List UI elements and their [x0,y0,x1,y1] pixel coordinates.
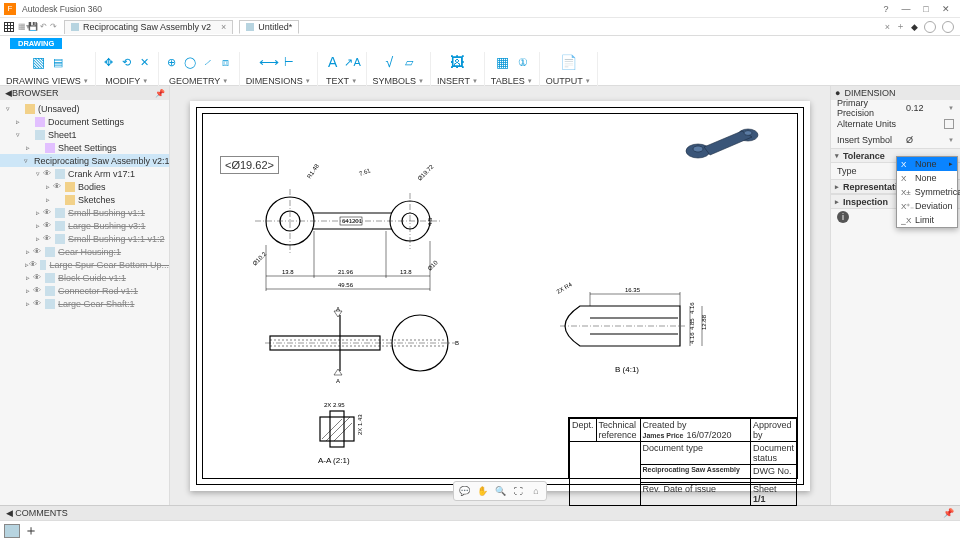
tree-node[interactable]: ▹Sketches [0,193,169,206]
pin-icon[interactable]: 📌 [155,89,165,98]
panel-title: DIMENSION [844,88,895,98]
svg-line-57 [334,423,352,441]
new-tab-icon[interactable]: ＋ [896,20,905,33]
close-tab-icon[interactable]: × [885,22,890,32]
dropdown-option[interactable]: X±Symmetrical [897,185,957,199]
svg-text:13.8: 13.8 [400,269,412,275]
user-avatar-icon[interactable] [924,21,936,33]
tree-node[interactable]: ▿Reciprocating Saw Assembly v2:1 [0,154,169,167]
dimension-icon[interactable]: ⟷ [260,53,278,71]
svg-text:A-A (2:1): A-A (2:1) [318,456,350,465]
sheet-thumb[interactable] [4,524,20,538]
pin-icon[interactable]: 📌 [943,508,954,518]
drawing-doc-icon [71,23,79,31]
rotate-icon[interactable]: ⟲ [120,55,134,69]
svg-text:16.35: 16.35 [625,287,641,293]
delete-icon[interactable]: ✕ [138,55,152,69]
ribbon-group-text: A ↗A TEXT▼ [318,52,367,86]
insert-symbol-row[interactable]: Insert Symbol Ø▼ [831,132,960,148]
extensions-icon[interactable]: ◆ [911,22,918,32]
dropdown-option[interactable]: ⎯XLimit [897,213,957,227]
dimension-panel: ●DIMENSION Primary Precision 0.12▼ Alter… [830,86,960,505]
zoom-window-icon[interactable]: ⛶ [510,484,526,498]
edge-icon[interactable]: ⧈ [219,55,233,69]
fit-icon[interactable]: ⌂ [528,484,544,498]
move-icon[interactable]: ✥ [102,55,116,69]
tree-node[interactable]: ▹Document Settings [0,115,169,128]
comment-icon[interactable]: 💬 [456,484,472,498]
app-logo: F [4,3,16,15]
tree-node[interactable]: ▹👁Small Bushing v1:1 [0,206,169,219]
base-view-icon[interactable]: ▧ [29,53,47,71]
minimize-icon[interactable]: — [896,2,916,16]
help-icon[interactable]: ? [876,2,896,16]
svg-text:4.85: 4.85 [689,317,695,329]
undo-icon[interactable]: ↶ [38,22,48,31]
dropdown-option[interactable]: XNone▸ [897,157,957,171]
image-icon[interactable]: 🖼 [448,53,466,71]
ribbon-group-modify: ✥ ⟲ ✕ MODIFY▼ [96,52,159,86]
checkbox-icon[interactable] [944,119,954,129]
drawing-sheet: 13.8 21.96 13.8 49.56 Ø10.2 Ø10 Ø19.72 7… [190,101,810,491]
comments-bar[interactable]: ◀ COMMENTS 📌 [0,505,960,520]
tree-node[interactable]: ▹👁Gear Housing:1 [0,245,169,258]
tree-node[interactable]: ▿👁Crank Arm v17:1 [0,167,169,180]
info-icon[interactable]: i [837,211,849,223]
tab-label: Untitled* [258,22,292,32]
tree-node[interactable]: ▹👁Large Gear Shaft:1 [0,297,169,310]
maximize-icon[interactable]: □ [916,2,936,16]
view-toolbar: 💬 ✋ 🔍 ⛶ ⌂ [453,481,547,501]
workspace-tag[interactable]: DRAWING [10,38,62,49]
tree-node[interactable]: ▹👁Bodies [0,180,169,193]
tree-node[interactable]: ▿Sheet1 [0,128,169,141]
primary-precision-row[interactable]: Primary Precision 0.12▼ [831,100,960,116]
ordinate-icon[interactable]: ⊢ [282,55,296,69]
svg-text:21.96: 21.96 [338,269,354,275]
text-icon[interactable]: A [324,53,342,71]
balloon-icon[interactable]: ① [516,55,530,69]
help-icon[interactable] [942,21,954,33]
tree-node[interactable]: ▹👁Small Bushing v1:1 v1:2 [0,232,169,245]
svg-text:2X R4: 2X R4 [556,281,574,295]
projected-view-icon[interactable]: ▤ [51,55,65,69]
tree-node[interactable]: ▹👁Large Bushing v3:1 [0,219,169,232]
document-tab[interactable]: Reciprocating Saw Assembly v2 × [64,20,233,34]
redo-icon[interactable]: ↷ [48,22,58,31]
tree-node[interactable]: ▹👁Large Spur Gear Bottom Up... [0,258,169,271]
browser-title: BROWSER [12,88,59,98]
svg-text:4.16: 4.16 [689,301,695,313]
zoom-icon[interactable]: 🔍 [492,484,508,498]
data-panel-icon[interactable] [4,22,14,32]
drawing-doc-icon [246,23,254,31]
pdf-icon[interactable]: 📄 [559,53,577,71]
svg-text:4.5: 4.5 [427,216,433,225]
datum-icon[interactable]: ▱ [402,55,416,69]
ribbon-toolbar: ▧ ▤ DRAWING VIEWS▼ ✥ ⟲ ✕ MODIFY▼ ⊕ ◯ ⟋ ⧈… [0,50,960,86]
drawing-canvas[interactable]: 13.8 21.96 13.8 49.56 Ø10.2 Ø10 Ø19.72 7… [170,86,830,505]
dropdown-option[interactable]: XNone [897,171,957,185]
add-sheet-icon[interactable]: ＋ [24,522,38,540]
dimension-input[interactable]: <Ø19.62> [220,156,279,174]
save-icon[interactable]: 💾 [28,22,38,31]
svg-text:Ø10.2: Ø10.2 [251,250,267,266]
tree-node[interactable]: ▹👁Connector Rod v1:1 [0,284,169,297]
tolerance-type-dropdown: XNone▸ XNone X±Symmetrical X⁺₋Deviation … [896,156,958,228]
pan-icon[interactable]: ✋ [474,484,490,498]
tree-node[interactable]: ▿(Unsaved) [0,102,169,115]
tree-node[interactable]: ▹Sheet Settings [0,141,169,154]
centerline-icon[interactable]: ⊕ [165,55,179,69]
document-tab[interactable]: Untitled* [239,20,299,34]
svg-point-64 [744,130,752,135]
edge-ext-icon[interactable]: ⟋ [201,55,215,69]
file-menu-icon[interactable]: ▦▾ [18,22,28,31]
close-tab-icon[interactable]: × [221,22,226,32]
leader-icon[interactable]: ↗A [346,55,360,69]
alternate-units-row[interactable]: Alternate Units [831,116,960,132]
centermark-icon[interactable]: ◯ [183,55,197,69]
close-icon[interactable]: ✕ [936,2,956,16]
svg-text:A: A [336,378,340,384]
table-icon[interactable]: ▦ [494,53,512,71]
surface-icon[interactable]: √ [380,53,398,71]
dropdown-option[interactable]: X⁺₋Deviation [897,199,957,213]
tree-node[interactable]: ▹👁Block Guide v1:1 [0,271,169,284]
